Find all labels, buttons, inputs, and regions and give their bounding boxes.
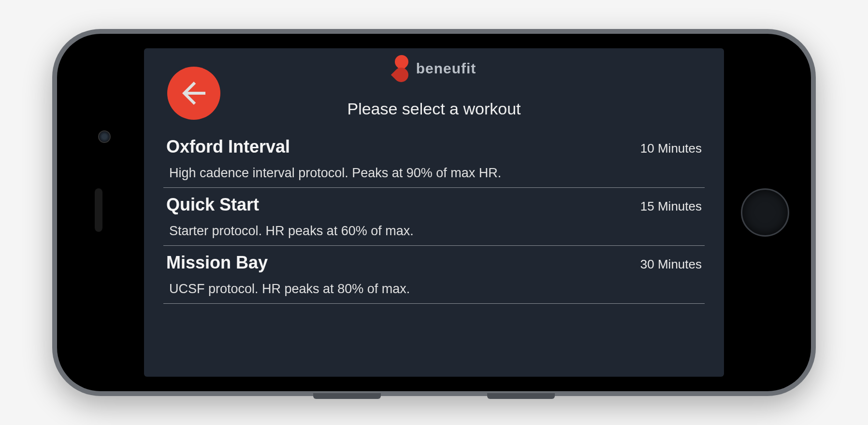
workout-name: Quick Start (166, 195, 259, 215)
workout-name: Mission Bay (166, 253, 268, 273)
edge-button (313, 393, 381, 399)
app-header: beneufit Please select a workout (144, 48, 724, 118)
workout-item-quick-start[interactable]: Quick Start 15 Minutes Starter protocol.… (163, 188, 705, 246)
page-title: Please select a workout (144, 99, 724, 118)
workout-item-header: Quick Start 15 Minutes (166, 195, 702, 215)
phone-device-frame: beneufit Please select a workout Oxford … (52, 29, 816, 396)
workout-duration: 15 Minutes (640, 199, 702, 214)
workout-item-mission-bay[interactable]: Mission Bay 30 Minutes UCSF protocol. HR… (163, 246, 705, 304)
workout-description: UCSF protocol. HR peaks at 80% of max. (169, 282, 702, 297)
back-button[interactable] (167, 67, 220, 120)
workout-item-oxford-interval[interactable]: Oxford Interval 10 Minutes High cadence … (163, 130, 705, 188)
brand-logo-icon (392, 55, 411, 82)
brand-logo: beneufit (392, 55, 477, 82)
workout-duration: 10 Minutes (640, 141, 702, 156)
workout-name: Oxford Interval (166, 137, 290, 157)
earpiece-speaker (95, 188, 102, 232)
workout-duration: 30 Minutes (640, 257, 702, 272)
workout-description: High cadence interval protocol. Peaks at… (169, 166, 702, 181)
brand-name: beneufit (416, 60, 477, 77)
phone-bezel: beneufit Please select a workout Oxford … (57, 34, 811, 391)
arrow-left-icon (176, 76, 211, 111)
app-screen: beneufit Please select a workout Oxford … (144, 48, 724, 377)
workout-list: Oxford Interval 10 Minutes High cadence … (144, 118, 724, 304)
phone-edge-buttons (313, 393, 555, 399)
front-camera (98, 130, 111, 143)
workout-item-header: Oxford Interval 10 Minutes (166, 137, 702, 157)
edge-button (487, 393, 555, 399)
workout-item-header: Mission Bay 30 Minutes (166, 253, 702, 273)
home-button[interactable] (741, 188, 789, 237)
workout-description: Starter protocol. HR peaks at 60% of max… (169, 224, 702, 239)
